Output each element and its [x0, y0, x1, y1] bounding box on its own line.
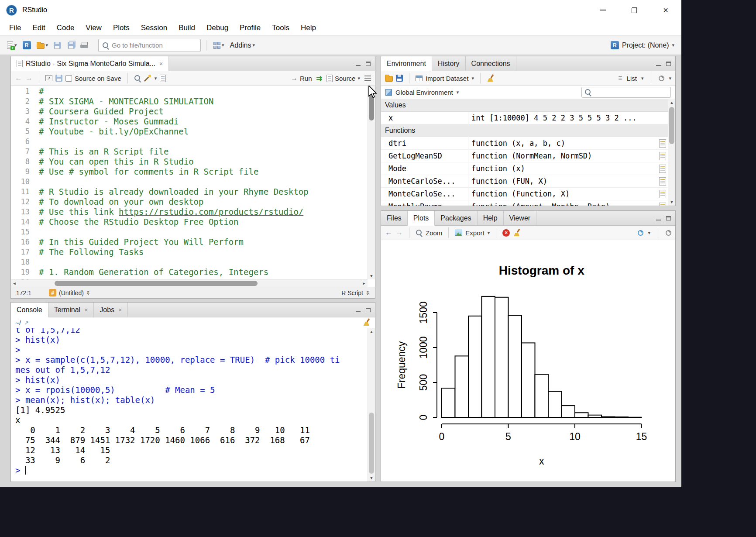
menu-edit[interactable]: Edit	[27, 21, 51, 35]
refresh-caret[interactable]: ▾	[669, 76, 671, 81]
console-output[interactable]: t of 1,5,7,12> hist(x)>> x = sample(c(1,…	[11, 328, 375, 482]
tab-close-icon[interactable]: ×	[118, 306, 122, 313]
scroll-down-icon[interactable]: ▼	[668, 199, 675, 206]
plots-tab-viewer[interactable]: Viewer	[504, 211, 537, 225]
code-line[interactable]: 7# This is an R Script file	[11, 147, 368, 157]
print-button[interactable]	[79, 40, 90, 51]
menu-file[interactable]: File	[3, 21, 27, 35]
refresh-environment-icon[interactable]	[659, 76, 664, 81]
list-view-caret[interactable]: ▾	[641, 76, 644, 81]
env-row-getlogmeansd[interactable]: GetLogMeanSDfunction (NormMean, NormSD)	[381, 150, 668, 162]
scrollbar-thumb[interactable]	[669, 107, 674, 144]
source-on-save-option[interactable]: Source on Save	[65, 75, 121, 82]
code-line[interactable]: 2# SIX SIGMA - MONTECARLO SIMULATION	[11, 96, 368, 107]
document-chooser[interactable]: (Untitled) ⇕	[59, 289, 90, 296]
save-all-button[interactable]	[65, 40, 76, 51]
code-line[interactable]: 12# To download on your own desktop	[11, 197, 368, 207]
remove-plot-icon[interactable]: ×	[502, 229, 510, 237]
scroll-up-icon[interactable]: ▲	[368, 328, 375, 335]
export-caret[interactable]: ▾	[488, 230, 490, 236]
menu-build[interactable]: Build	[173, 21, 201, 35]
view-function-icon[interactable]	[659, 139, 666, 148]
pane-minimize-icon[interactable]	[356, 311, 361, 312]
menu-tools[interactable]: Tools	[266, 21, 295, 35]
pane-minimize-icon[interactable]	[656, 65, 661, 66]
plots-tab-plots[interactable]: Plots	[408, 211, 435, 226]
pane-minimize-icon[interactable]	[356, 65, 361, 66]
scrollbar-thumb[interactable]	[55, 281, 258, 286]
doc-type-chooser[interactable]: R Script ⇕	[341, 289, 370, 296]
list-view-button[interactable]: List	[627, 75, 637, 82]
import-dataset-caret[interactable]: ▾	[471, 76, 474, 81]
plots-tab-files[interactable]: Files	[381, 211, 408, 225]
env-tab-connections[interactable]: Connections	[466, 56, 516, 71]
menu-plots[interactable]: Plots	[107, 21, 135, 35]
scroll-up-icon[interactable]: ▲	[668, 99, 675, 106]
env-row-mode[interactable]: Modefunction (x)	[381, 162, 668, 175]
console-tab-jobs[interactable]: Jobs×	[94, 303, 128, 317]
code-url-link[interactable]: https://rstudio.com/products/rstudio/	[119, 207, 303, 217]
menu-code[interactable]: Code	[51, 21, 80, 35]
code-line[interactable]: 1#	[11, 86, 368, 96]
scroll-left-icon[interactable]: ◀	[11, 280, 18, 287]
env-row-monthlypayme[interactable]: MonthlyPayme...function (Amount, Months,…	[381, 200, 668, 206]
code-line[interactable]: 17# The Following Tasks	[11, 247, 368, 257]
code-line[interactable]: 10	[11, 177, 368, 187]
save-source-icon[interactable]	[55, 75, 62, 82]
clear-environment-icon[interactable]	[487, 74, 495, 82]
environment-scope-select[interactable]: Global Environment	[395, 89, 453, 96]
previous-plot-icon[interactable]: ←	[385, 228, 392, 237]
env-row-dtri[interactable]: dtrifunction (x, a, b, c)	[381, 137, 668, 150]
code-line[interactable]: 13# Use this link https://rstudio.com/pr…	[11, 207, 368, 217]
console-tab-console[interactable]: Console	[11, 303, 48, 317]
nav-forward-icon[interactable]: →	[25, 74, 33, 83]
code-tools-caret[interactable]: ▾	[155, 76, 157, 81]
import-dataset-button[interactable]: Import Dataset	[426, 75, 468, 82]
code-tools-icon[interactable]	[144, 75, 151, 82]
code-line[interactable]: 8# You can open this in R Studio	[11, 157, 368, 167]
publish-plot-icon[interactable]	[638, 230, 643, 236]
pane-minimize-icon[interactable]	[656, 220, 661, 220]
code-line[interactable]: 16# In this Guided Project You Will Perf…	[11, 237, 368, 247]
code-line[interactable]: 4# Instructor - Moses Gummadi	[11, 117, 368, 127]
open-in-new-window-icon[interactable]: ↗	[45, 75, 52, 81]
code-line[interactable]: 14# Choose the RStudio Desktop Free Opti…	[11, 217, 368, 227]
compile-report-icon[interactable]	[160, 75, 166, 82]
open-file-caret[interactable]: ▾	[46, 42, 48, 48]
pane-maximize-icon[interactable]	[666, 62, 671, 66]
scope-caret[interactable]: ▾	[457, 90, 459, 95]
nav-back-icon[interactable]: ←	[15, 74, 22, 83]
menu-debug[interactable]: Debug	[201, 21, 234, 35]
restore-button[interactable]	[619, 0, 650, 20]
run-button[interactable]: → Run	[291, 74, 312, 82]
environment-scrollbar[interactable]: ▲ ▼	[668, 99, 675, 206]
zoom-button[interactable]: Zoom	[426, 229, 442, 237]
project-caret[interactable]: ▾	[672, 42, 674, 48]
goto-directory-icon[interactable]: ↗	[24, 320, 29, 326]
find-replace-icon[interactable]	[134, 75, 141, 82]
code-line[interactable]: 3# Coursera Guided Project	[11, 107, 368, 117]
pane-layout-button[interactable]: ▾	[212, 40, 226, 51]
env-tab-history[interactable]: History	[432, 56, 466, 71]
env-row-x[interactable]: xint [1:10000] 4 5 2 2 3 5 5 5 3 2 ...	[381, 112, 668, 124]
view-function-icon[interactable]	[659, 177, 666, 186]
code-line[interactable]: 19# 1. Random Generation of Categories, …	[11, 267, 368, 277]
publish-caret[interactable]: ▾	[648, 230, 650, 236]
clear-console-icon[interactable]	[363, 318, 371, 326]
code-lines[interactable]: 1#2# SIX SIGMA - MONTECARLO SIMULATION3#…	[11, 86, 368, 279]
code-line[interactable]: 15	[11, 227, 368, 237]
open-file-button[interactable]: ▾	[35, 40, 50, 51]
menu-profile[interactable]: Profile	[234, 21, 266, 35]
plots-tab-help[interactable]: Help	[478, 211, 504, 225]
document-outline-icon[interactable]	[364, 76, 371, 81]
menu-view[interactable]: View	[80, 21, 107, 35]
source-on-save-checkbox[interactable]	[65, 75, 72, 82]
addins-caret[interactable]: ▾	[253, 42, 255, 48]
export-button[interactable]: Export	[465, 229, 484, 237]
goto-file-search[interactable]	[98, 39, 201, 52]
addins-button[interactable]: Addins▾	[228, 40, 257, 51]
code-line[interactable]: 18	[11, 257, 368, 267]
code-line[interactable]: 9# Use # symbol for comments in R Script…	[11, 167, 368, 177]
editor-vertical-scrollbar[interactable]: ▲ ▼	[368, 86, 375, 279]
scrollbar-thumb[interactable]	[369, 413, 374, 474]
